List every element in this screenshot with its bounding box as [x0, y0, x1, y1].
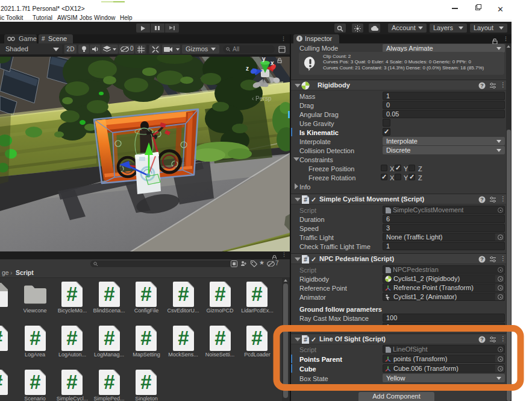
svg-text:x: x: [271, 60, 274, 66]
svg-text:?: ?: [480, 256, 484, 262]
svg-text:?: ?: [480, 83, 484, 89]
svg-text:#: #: [304, 197, 307, 203]
svg-text:‹ Persp: ‹ Persp: [252, 95, 272, 102]
svg-text:#: #: [304, 256, 307, 263]
svg-text:?: ?: [480, 197, 484, 203]
svg-text:z: z: [246, 65, 249, 72]
svg-text:y: y: [262, 55, 266, 62]
